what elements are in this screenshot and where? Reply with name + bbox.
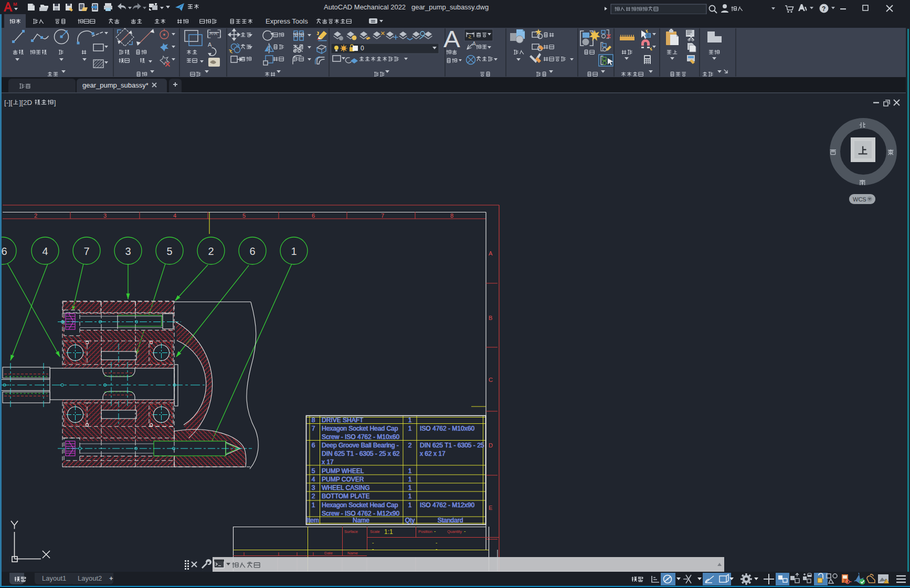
svg-text:WCS: WCS bbox=[853, 196, 866, 202]
svg-text:ISO 4762 - M12x90: ISO 4762 - M12x90 bbox=[420, 501, 474, 509]
svg-text:1: 1 bbox=[408, 467, 412, 475]
svg-text:0: 0 bbox=[361, 45, 364, 52]
svg-text:4: 4 bbox=[173, 212, 176, 219]
svg-text:1:1: 1:1 bbox=[384, 528, 393, 536]
svg-text:PUMP COVER: PUMP COVER bbox=[322, 476, 364, 483]
svg-text:4: 4 bbox=[312, 476, 315, 483]
svg-text:C: C bbox=[489, 377, 493, 383]
svg-text:Screw - ISO 4762 - M12x90: Screw - ISO 4762 - M12x90 bbox=[322, 510, 399, 517]
svg-text:Quantity: Quantity bbox=[447, 529, 462, 534]
svg-text:DIN 625 T1 - 6305 - 25: DIN 625 T1 - 6305 - 25 bbox=[420, 442, 484, 449]
svg-text:6: 6 bbox=[312, 212, 315, 219]
svg-text:5: 5 bbox=[242, 212, 246, 219]
svg-text:Qty: Qty bbox=[405, 517, 415, 524]
svg-text:Deep Groove Ball Bearing -: Deep Groove Ball Bearing - bbox=[322, 442, 399, 449]
svg-text:2: 2 bbox=[312, 493, 315, 500]
svg-text:M: M bbox=[13, 2, 17, 7]
svg-text:DRIVE SHAFT: DRIVE SHAFT bbox=[322, 416, 364, 424]
svg-text:-: - bbox=[464, 528, 465, 534]
svg-text:Item: Item bbox=[306, 517, 319, 524]
svg-text:B: B bbox=[489, 315, 492, 321]
svg-text:Date: Date bbox=[324, 551, 333, 555]
svg-text:3: 3 bbox=[103, 212, 107, 219]
svg-text:1: 1 bbox=[312, 501, 315, 509]
svg-text:gear_pump_subassy*: gear_pump_subassy* bbox=[82, 81, 149, 89]
svg-text:2: 2 bbox=[34, 212, 37, 219]
svg-text:Name: Name bbox=[347, 551, 358, 555]
svg-text:PUMP WHEEL: PUMP WHEEL bbox=[322, 467, 364, 475]
svg-text:?: ? bbox=[822, 5, 826, 13]
svg-text:Name: Name bbox=[353, 517, 369, 524]
svg-text:A: A bbox=[472, 41, 476, 47]
svg-text:1: 1 bbox=[408, 501, 412, 509]
svg-text:7: 7 bbox=[381, 212, 384, 219]
svg-text:1: 1 bbox=[408, 416, 412, 424]
svg-text:2: 2 bbox=[208, 245, 214, 257]
svg-text:2: 2 bbox=[408, 442, 412, 449]
svg-text:4: 4 bbox=[42, 245, 48, 257]
svg-text:Hexagon Socket Head Cap: Hexagon Socket Head Cap bbox=[322, 501, 398, 509]
svg-text:Screw - ISO 4762 - M10x60: Screw - ISO 4762 - M10x60 bbox=[322, 433, 399, 441]
svg-text:1: 1 bbox=[408, 476, 412, 483]
svg-text:Surface: Surface bbox=[344, 529, 358, 534]
svg-text:A: A bbox=[489, 250, 493, 256]
svg-text:1: 1 bbox=[408, 484, 412, 491]
svg-text:Standard: Standard bbox=[438, 517, 463, 524]
svg-text:Position: Position bbox=[418, 529, 432, 534]
svg-text:ISO 4762 - M10x60: ISO 4762 - M10x60 bbox=[420, 425, 474, 432]
svg-text:1: 1 bbox=[291, 245, 297, 257]
svg-text:A-A: A-A bbox=[209, 31, 217, 36]
svg-text:5: 5 bbox=[166, 245, 172, 257]
svg-text:1: 1 bbox=[408, 425, 412, 432]
svg-text:6: 6 bbox=[1, 245, 7, 257]
svg-text:A: A bbox=[443, 28, 460, 52]
svg-text:8: 8 bbox=[312, 416, 315, 424]
svg-text:7: 7 bbox=[83, 245, 89, 257]
svg-text:6: 6 bbox=[312, 442, 315, 449]
svg-text:-: - bbox=[436, 540, 437, 546]
svg-text:8: 8 bbox=[450, 212, 453, 219]
svg-text:BOTTOM PLATE: BOTTOM PLATE bbox=[322, 493, 370, 500]
svg-text:3: 3 bbox=[125, 245, 131, 257]
svg-text:-: - bbox=[434, 528, 436, 534]
svg-text:-: - bbox=[372, 546, 374, 552]
svg-text:Hexagon Socket Head Cap: Hexagon Socket Head Cap bbox=[322, 425, 398, 432]
svg-text:x 17: x 17 bbox=[322, 458, 334, 466]
svg-text:Scale: Scale bbox=[370, 529, 380, 534]
svg-text:3: 3 bbox=[312, 484, 315, 491]
svg-text:x 62 x 17: x 62 x 17 bbox=[420, 450, 446, 457]
svg-text:DIN 625 T1 - 6305 - 25 x 62: DIN 625 T1 - 6305 - 25 x 62 bbox=[322, 450, 400, 457]
svg-text:D: D bbox=[489, 442, 493, 448]
svg-text:5: 5 bbox=[312, 467, 315, 475]
svg-text:WHEEL CASING: WHEEL CASING bbox=[322, 484, 370, 491]
svg-text:6: 6 bbox=[249, 245, 255, 257]
svg-text:7: 7 bbox=[312, 425, 315, 432]
svg-text:E: E bbox=[489, 505, 492, 511]
svg-text:-: - bbox=[372, 540, 374, 546]
svg-text:-: - bbox=[436, 546, 437, 552]
svg-text:1: 1 bbox=[408, 493, 412, 500]
svg-text:A: A bbox=[208, 41, 212, 48]
